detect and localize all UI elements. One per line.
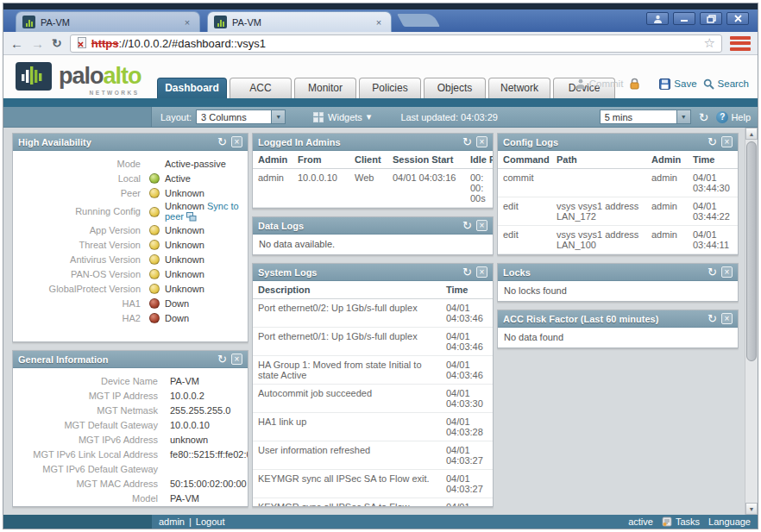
browser-tab-title: PA-VM [232, 17, 368, 28]
widget-close-icon[interactable]: × [721, 266, 733, 278]
widget-close-icon[interactable]: × [721, 313, 733, 324]
user-profile-button[interactable] [646, 12, 669, 25]
minimize-button[interactable] [673, 12, 695, 25]
column-header: Idle For [465, 151, 493, 169]
widget-refresh-icon[interactable]: ↻ [217, 136, 227, 147]
ha-row: HA2Down [13, 310, 248, 325]
tasks-button[interactable]: Tasks [662, 516, 700, 527]
back-button[interactable]: ← [10, 37, 23, 50]
maximize-button[interactable] [700, 12, 722, 25]
widget-refresh-icon[interactable]: ↻ [708, 266, 717, 278]
ha-row: PeerUnknown [13, 185, 248, 200]
reload-button[interactable]: ↻ [52, 37, 62, 49]
layout-label: Layout: [160, 112, 192, 122]
nav-tab-objects[interactable]: Objects [424, 78, 486, 98]
widget-refresh-icon[interactable]: ↻ [462, 136, 472, 147]
log-row: HA Group 1: Moved from state Initial to … [253, 356, 493, 385]
nav-tab-acc[interactable]: ACC [230, 78, 292, 98]
new-tab-button[interactable] [397, 14, 440, 27]
ha-row: LocalActive [13, 171, 248, 185]
widget-locks: Locks ↻ × No locks found [497, 263, 739, 302]
widget-refresh-icon[interactable]: ↻ [462, 220, 472, 231]
tab-close-icon[interactable]: × [181, 17, 193, 28]
sync-icon[interactable] [186, 212, 197, 222]
browser-tab-1[interactable]: PA-VM × [16, 11, 200, 32]
refresh-interval-select[interactable]: 5 mins ▼ [600, 110, 691, 124]
widget-close-icon[interactable]: × [476, 220, 487, 231]
log-row: commitadmin04/01 03:44:30 [498, 169, 738, 197]
widgets-grid-icon [313, 112, 324, 122]
widget-title: Logged In Admins [258, 137, 458, 147]
commit-button[interactable]: Commit [575, 78, 624, 89]
refresh-icon[interactable]: ↻ [699, 110, 709, 124]
main-nav-tabs: Dashboard ACC Monitor Policies Objects N… [157, 78, 615, 98]
column-header: Admin [253, 151, 292, 169]
device-state-label: active [628, 516, 653, 527]
widget-refresh-icon[interactable]: ↻ [708, 313, 717, 324]
info-row: MGT MAC Address50:15:00:02:00:00 [13, 476, 248, 491]
nav-tab-policies[interactable]: Policies [359, 78, 421, 98]
nav-tab-network[interactable]: Network [488, 78, 550, 98]
widget-system-logs: System Logs ↻ × Description Time Port et… [252, 263, 494, 507]
widget-title: Data Logs [258, 221, 458, 231]
log-row: HA1 link up04/01 04:03:28 [253, 413, 493, 441]
paloalto-favicon [214, 16, 227, 28]
status-led [149, 188, 160, 198]
search-button[interactable]: Search [703, 78, 749, 90]
widget-close-icon[interactable]: × [231, 136, 242, 147]
scrollbar-thumb[interactable] [746, 141, 757, 361]
last-updated-label: Last updated: 04:03:29 [400, 112, 498, 122]
chevron-down-icon[interactable]: ▼ [271, 110, 285, 123]
widget-title: ACC Risk Factor (Last 60 minutes) [503, 314, 703, 324]
chevron-down-icon[interactable]: ▼ [676, 110, 690, 123]
nav-tab-dashboard[interactable]: Dashboard [157, 78, 227, 98]
separator: | [189, 516, 192, 527]
forward-button[interactable]: → [31, 37, 44, 50]
empty-message: No data available. [253, 235, 493, 254]
url-text: https://10.0.0.2/#dashboard::vsys1 [91, 37, 266, 50]
status-led [149, 254, 160, 265]
tab-close-icon[interactable]: × [373, 17, 385, 28]
info-row: Device NamePA-VM [13, 373, 248, 388]
widget-refresh-icon[interactable]: ↻ [217, 354, 227, 365]
column-header: Description [253, 281, 441, 299]
commit-person-icon [575, 78, 586, 89]
scroll-down-icon[interactable]: ▼ [745, 503, 758, 515]
column-header: Time [688, 151, 738, 169]
browser-toolbar: ← → ↻ https://10.0.0.2/#dashboard::vsys1… [3, 32, 758, 55]
help-button[interactable]: ? Help [716, 111, 751, 123]
save-button[interactable]: Save [659, 78, 696, 90]
widget-refresh-icon[interactable]: ↻ [708, 136, 717, 147]
widget-close-icon[interactable]: × [476, 266, 487, 278]
widget-refresh-icon[interactable]: ↻ [462, 266, 472, 278]
admins-table: Admin From Client Session Start Idle For… [253, 151, 493, 208]
bookmark-star-icon[interactable]: ☆ [704, 35, 715, 51]
url-scheme: https [91, 37, 119, 50]
statusbar-left-panel [3, 515, 152, 529]
widget-title: High Availability [18, 137, 213, 147]
widget-high-availability: High Availability ↻ × ModeActive-passive… [12, 133, 248, 342]
vertical-scrollbar[interactable]: ▲ ▼ [745, 128, 758, 515]
dashboard-toolbar: Layout: 3 Columns ▼ Widgets ▾ Last updat… [3, 107, 758, 128]
widgets-button[interactable]: Widgets ▾ [313, 111, 371, 122]
refresh-interval-value: 5 mins [601, 112, 676, 122]
app-header: paloalto NETWORKS Dashboard ACC Monitor … [3, 55, 758, 98]
url-rest: ://10.0.0.2/#dashboard::vsys1 [119, 37, 267, 50]
nav-tab-monitor[interactable]: Monitor [294, 78, 356, 98]
browser-tab-2[interactable]: PA-VM × [207, 11, 392, 32]
info-row: MGT IPv6 Addressunknown [13, 432, 248, 447]
widget-close-icon[interactable]: × [721, 136, 733, 147]
nav-accent-bar [3, 98, 758, 107]
browser-menu-icon[interactable] [730, 36, 751, 51]
lock-icon[interactable] [629, 78, 640, 90]
status-led [149, 269, 160, 279]
logout-link[interactable]: Logout [196, 516, 225, 527]
layout-select[interactable]: 3 Columns ▼ [196, 110, 286, 124]
widget-close-icon[interactable]: × [476, 136, 487, 147]
language-button[interactable]: Language [708, 516, 751, 527]
close-window-button[interactable] [726, 12, 749, 25]
address-bar[interactable]: https://10.0.0.2/#dashboard::vsys1 ☆ [70, 34, 722, 53]
scroll-up-icon[interactable]: ▲ [745, 128, 758, 140]
certificate-error-icon [77, 37, 87, 49]
widget-close-icon[interactable]: × [231, 354, 242, 365]
